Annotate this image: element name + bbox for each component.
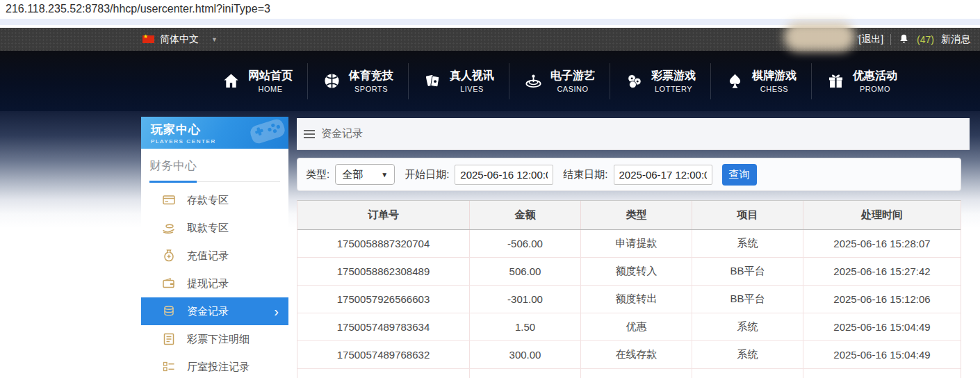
roulette-icon [524,72,543,90]
chevron-right-icon: › [274,304,279,318]
cell-order-no: 1750058862308489 [297,258,469,285]
table-header-row: 订单号 金额 类型 项目 处理时间 [297,201,961,230]
nav-item-lives[interactable]: 真人视讯LIVES [408,63,509,99]
sidebar: 玩家中心 PLAYERS CENTER 财务中心 存款专区 取款专区 充值记录 … [141,117,288,378]
type-select-value: 全部 [342,168,363,181]
start-date-label: 开始日期: [405,168,449,181]
sidebar-item-hall-bets[interactable]: 厅室投注记录 [141,353,288,378]
cell-amount: 1.50 [469,313,580,340]
nav-label-zh: 棋牌游戏 [752,69,797,83]
message-count[interactable]: (47) [917,34,934,45]
sidebar-item-label: 取款专区 [187,222,229,235]
sidebar-item-deposit[interactable]: 存款专区 [141,186,288,214]
cell-order-no: 1750057489768632 [297,341,469,368]
spade-icon [726,72,744,90]
nav-item-lottery[interactable]: 彩票游戏LOTTERY [610,63,710,99]
sidebar-section-label: 财务中心 [149,158,280,174]
sidebar-item-label: 厅室投注记录 [187,361,250,374]
sidebar-item-label: 提现记录 [187,277,229,290]
nav-item-home[interactable]: 网站首页HOME [207,63,307,99]
top-bar-right: [退出] (47) 新消息 [858,28,970,51]
col-header-project: 项目 [692,201,803,229]
nav-label-en: PROMO [860,85,890,93]
cell-type: 额度转出 [580,286,692,313]
sports-ball-icon [322,72,341,90]
content-area: 玩家中心 PLAYERS CENTER 财务中心 存款专区 取款专区 充值记录 … [141,117,970,378]
cell-type: 在线存款 [580,341,692,368]
table-row: 1750058887320704 -506.00 申请提款 系统 2025-06… [297,230,961,258]
sidebar-item-funds-record[interactable]: 资金记录 › [141,297,288,325]
recharge-bag-icon [162,249,176,263]
search-button[interactable]: 查询 [722,164,757,186]
deposit-card-icon [162,193,176,207]
chevron-down-icon: ▼ [381,171,388,179]
message-label[interactable]: 新消息 [941,33,970,46]
nav-label-zh: 网站首页 [248,69,293,83]
type-select[interactable]: 全部 ▼ [335,164,395,185]
table-row-partial [297,369,961,378]
nav-item-promo[interactable]: 优惠活动PROMO [811,63,912,99]
cell-order-no: 1750058887320704 [297,230,469,257]
nav-label-zh: 真人视讯 [450,69,494,83]
nav-item-casino[interactable]: 电子游艺CASINO [509,63,610,99]
cell-time: 2025-06-16 15:04:49 [803,313,961,340]
end-date-label: 结束日期: [563,168,607,181]
cell-amount: -506.00 [469,230,580,257]
username-redacted[interactable] [784,22,855,51]
sidebar-item-label: 充值记录 [187,249,229,263]
browser-url-bar[interactable]: 216.118.235.52:8783/hhcp/usercenter.html… [0,0,980,19]
bell-icon[interactable] [898,33,910,45]
type-label: 类型: [306,168,329,181]
table-row: 1750057489768632 300.00 在线存款 系统 2025-06-… [297,341,961,369]
withdraw-wallet-icon [162,277,176,290]
cell-amount: 506.00 [469,258,580,285]
cell-type: 申请提款 [580,230,692,257]
sidebar-item-label: 存款专区 [187,194,229,207]
language-label: 简体中文 [160,33,199,46]
gift-icon [826,72,845,90]
main-panel: 资金记录 类型: 全部 ▼ 开始日期: 结束日期: 查询 订单号 金额 类型 项… [297,118,970,378]
nav-label-zh: 优惠活动 [853,69,897,83]
breadcrumb: 资金记录 [297,118,970,150]
sidebar-item-withdraw-record[interactable]: 提现记录 [141,270,288,297]
sidebar-item-withdraw[interactable]: 取款专区 [141,214,288,242]
lottery-balls-icon [625,72,644,90]
sidebar-item-label: 资金记录 [187,305,229,318]
home-icon [222,72,240,90]
funds-table: 订单号 金额 类型 项目 处理时间 1750058887320704 -506.… [297,200,961,378]
table-row: 1750057489783634 1.50 优惠 系统 2025-06-16 1… [297,313,961,341]
flag-cn-icon: ★ [142,35,154,43]
end-date-input[interactable] [614,165,712,185]
main-nav: 网站首页HOME 体育竞技SPORTS 真人视讯LIVES 电子游艺CASINO… [0,51,980,111]
cell-amount: 300.00 [469,341,580,368]
cell-time: 2025-06-16 15:27:42 [803,258,961,285]
nav-label-en: LIVES [460,85,484,93]
nav-label-en: LOTTERY [655,85,692,93]
col-header-type: 类型 [580,201,692,229]
logout-button[interactable]: [退出] [858,33,883,46]
table-row: 1750057926566603 -301.00 额度转出 BB平台 2025-… [297,286,961,313]
divider [890,34,891,45]
nav-item-sports[interactable]: 体育竞技SPORTS [307,63,408,99]
nav-label-zh: 彩票游戏 [651,69,696,83]
cell-order-no: 1750057926566603 [297,286,469,313]
col-header-time: 处理时间 [803,201,961,229]
language-selector[interactable]: ★ 简体中文 ▼ [142,28,218,51]
sidebar-item-label: 彩票下注明细 [187,333,250,346]
sidebar-header: 玩家中心 PLAYERS CENTER [141,117,288,149]
cell-order-no: 1750057489783634 [297,313,469,340]
user-caret-icon: ▼ [856,34,861,40]
nav-label-zh: 体育竞技 [349,69,393,83]
cell-project: 系统 [692,313,803,340]
sidebar-item-lottery-bets[interactable]: 彩票下注明细 [141,325,288,353]
cell-amount: -301.00 [469,286,580,313]
dropdown-caret-icon: ▼ [211,36,218,43]
cards-icon [423,72,442,90]
start-date-input[interactable] [455,165,553,185]
sidebar-item-recharge-record[interactable]: 充值记录 [141,242,288,270]
sidebar-section: 财务中心 [149,158,280,182]
cell-type: 优惠 [580,313,692,340]
nav-item-chess[interactable]: 棋牌游戏CHESS [710,63,811,99]
cell-project: 系统 [692,230,803,257]
cell-project: 系统 [692,341,803,368]
